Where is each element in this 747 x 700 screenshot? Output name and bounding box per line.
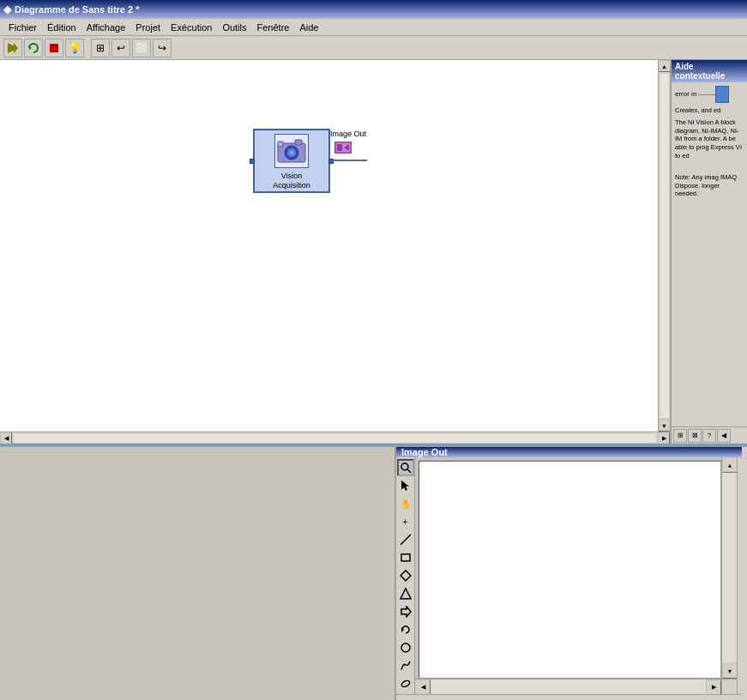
svg-marker-19 [401,588,411,599]
right-edge [742,447,747,700]
refresh-button[interactable] [24,39,43,57]
svg-marker-1 [14,43,18,53]
context-help-toolbar: ⊞ ⊠ ? ◀ [672,426,747,444]
svg-line-14 [407,469,411,473]
freehand-tool-btn[interactable] [397,657,414,674]
help-text-1: Creates, and ed [675,106,744,115]
light-button[interactable]: 💡 [65,39,84,57]
help-grid-btn[interactable]: ⊞ [673,429,687,443]
scroll-left-btn[interactable]: ◀ [0,432,12,444]
img-scroll-left[interactable]: ◀ [415,679,431,694]
help-text-2: The NI Vision A block diagram. NI-IMAQ, … [675,118,744,170]
arrow-tool-btn[interactable] [397,603,414,620]
img-scroll-up[interactable]: ▲ [722,457,737,473]
help-text-3: Note: Any imag IMAQ Dispose. longer need… [675,173,744,198]
image-toolbar-vertical: ✋ + [396,457,415,694]
grid-button[interactable]: ⊞ [91,39,110,57]
h-scrollbar[interactable]: ◀ ▶ [0,431,670,444]
upper-area: VisionAcquisition Image Out ◀ ▶ ▲ [0,60,747,446]
svg-rect-3 [50,44,58,52]
menu-aide[interactable]: Aide [294,21,323,34]
menu-execution[interactable]: Exécution [166,21,217,34]
svg-marker-20 [401,606,411,617]
svg-point-23 [401,679,411,688]
image-h-scrollbar[interactable]: ◀ ▶ [415,679,721,694]
context-help-title: Aide contextuelle [672,60,747,82]
svg-marker-18 [401,570,411,581]
line-tool-btn[interactable] [397,531,414,548]
vi-input-terminal [250,159,255,164]
menu-edition[interactable]: Édition [42,21,81,34]
svg-marker-15 [401,480,409,491]
svg-point-13 [401,463,408,470]
main-toolbar: 💡 ⊞ ↩ ⬜ ↪ [0,36,747,60]
scroll-up-btn[interactable]: ▲ [659,60,671,72]
vi-inner-icon [274,134,309,168]
hand-tool-btn[interactable]: ✋ [397,495,414,512]
error-in-label: error in [675,90,696,99]
scrollbar-corner [721,679,737,694]
img-scroll-right[interactable]: ▶ [706,679,721,694]
image-display [419,461,721,679]
blank-button[interactable]: ⬜ [132,39,151,57]
diamond-tool-btn[interactable] [397,567,414,584]
undo-button[interactable]: ↩ [111,39,130,57]
svg-marker-2 [29,46,32,50]
right-side-scroll [737,457,742,694]
crosshair-tool-btn[interactable]: + [397,513,414,530]
error-line [698,94,715,95]
svg-point-22 [401,643,410,652]
menu-outils[interactable]: Outils [217,21,251,34]
image-out-label: Image Out [330,130,366,138]
svg-rect-17 [401,554,410,561]
cursor-tool-btn[interactable] [397,477,414,494]
triangle-tool-btn[interactable] [397,585,414,602]
context-help-panel: Aide contextuelle error in Creates, and … [670,60,747,444]
image-out-title: Image Out [396,447,742,457]
img-v-track[interactable] [722,473,737,663]
terminal-indicator [334,142,352,154]
error-blue-box [715,86,729,103]
lower-left-panel [0,447,395,700]
redo-button[interactable]: ↪ [153,39,172,57]
polygon-tool-btn[interactable] [397,639,414,656]
help-back-btn[interactable]: ◀ [717,429,731,443]
svg-line-16 [401,534,411,545]
img-h-track[interactable] [431,679,706,694]
svg-rect-9 [278,142,283,147]
window-title: Diagramme de Sans titre 2 * [15,4,140,15]
help-question-btn[interactable]: ? [702,429,716,443]
menu-fichier[interactable]: Fichier [3,21,42,34]
v-scroll-track[interactable] [660,74,669,418]
scroll-down-btn[interactable]: ▼ [659,419,671,431]
image-canvas: ▲ ▼ ◀ ▶ [415,457,737,694]
block-diagram-canvas[interactable]: VisionAcquisition Image Out ◀ ▶ ▲ [0,60,670,444]
menu-fenetre[interactable]: Fenêtre [252,21,295,34]
app-icon: ◈ [3,3,11,15]
error-in-row: error in [675,86,744,103]
zoom-tool-btn[interactable] [397,459,414,476]
image-out-terminal[interactable]: Image Out [334,142,352,154]
lower-area: Image Out ✋ + [0,446,747,700]
image-v-scrollbar[interactable]: ▲ ▼ [721,457,737,679]
vision-acquisition-block[interactable]: VisionAcquisition [253,129,330,193]
scroll-right-btn[interactable]: ▶ [658,432,670,444]
wire [333,160,367,161]
help-lock-btn[interactable]: ⊠ [688,429,702,443]
svg-rect-11 [337,144,342,151]
rotate-tool-btn[interactable] [397,621,414,638]
rect-tool-btn[interactable] [397,549,414,566]
menu-projet[interactable]: Projet [130,21,166,34]
img-scroll-down[interactable]: ▼ [722,663,737,679]
image-viewer-container: ✋ + [396,457,742,694]
svg-point-7 [290,151,293,154]
ellipse-rotate-tool-btn[interactable] [397,675,414,692]
title-bar: ◈ Diagramme de Sans titre 2 * [0,0,747,19]
context-help-content: error in Creates, and ed The NI Vision A… [672,82,747,202]
h-scroll-track[interactable] [14,434,656,443]
run-button[interactable] [3,39,22,57]
stop-button[interactable] [45,39,63,57]
vi-block-label: VisionAcquisition [273,172,310,190]
v-scrollbar[interactable]: ▲ ▼ [658,60,670,431]
menu-affichage[interactable]: Affichage [81,21,131,34]
